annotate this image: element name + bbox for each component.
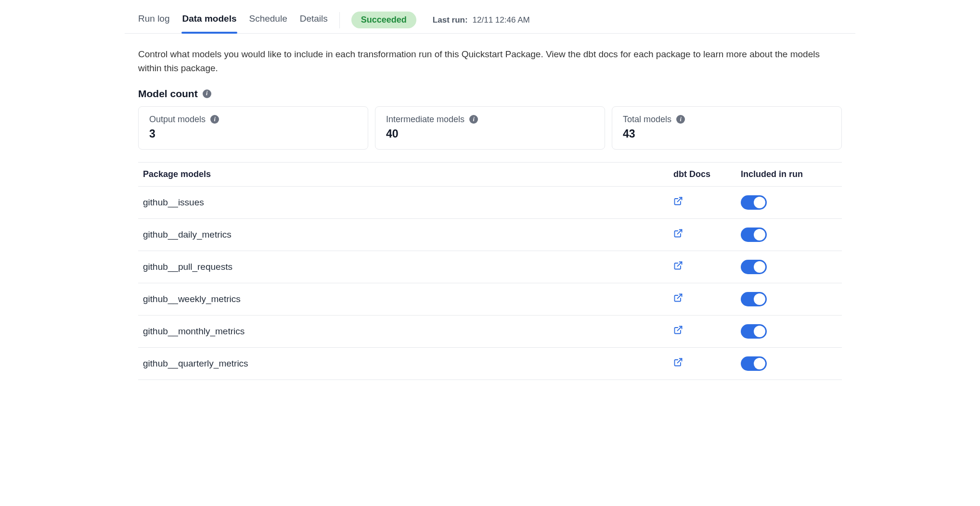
tab-run-log[interactable]: Run log xyxy=(138,7,170,33)
card-label: Total models xyxy=(623,114,671,125)
table-row: github__issues xyxy=(138,187,842,219)
external-link-icon[interactable] xyxy=(673,228,683,238)
card-intermediate-models: Intermediate models i 40 xyxy=(375,106,605,150)
header-bar: Run log Data models Schedule Details Suc… xyxy=(125,0,855,34)
table-row: github__weekly_metrics xyxy=(138,283,842,316)
model-name: github__pull_requests xyxy=(143,262,673,272)
include-toggle[interactable] xyxy=(741,260,767,274)
external-link-icon[interactable] xyxy=(673,261,683,270)
last-run-value: 12/11 12:46 AM xyxy=(473,15,530,25)
svg-line-4 xyxy=(677,327,682,331)
table-row: github__daily_metrics xyxy=(138,219,842,251)
model-name: github__weekly_metrics xyxy=(143,294,673,304)
info-icon[interactable]: i xyxy=(469,115,478,124)
info-icon[interactable]: i xyxy=(210,115,219,124)
last-run: Last run: 12/11 12:46 AM xyxy=(433,15,530,25)
svg-line-1 xyxy=(677,230,682,234)
tab-schedule[interactable]: Schedule xyxy=(249,7,287,33)
description: Control what models you would like to in… xyxy=(138,47,841,76)
tabs: Run log Data models Schedule Details xyxy=(138,7,328,33)
card-value: 40 xyxy=(386,127,594,140)
model-name: github__daily_metrics xyxy=(143,229,673,240)
tab-details[interactable]: Details xyxy=(300,7,328,33)
model-count-cards: Output models i 3 Intermediate models i … xyxy=(138,106,842,150)
last-run-label: Last run: xyxy=(433,15,468,25)
card-total-models: Total models i 43 xyxy=(612,106,842,150)
external-link-icon[interactable] xyxy=(673,325,683,335)
divider xyxy=(339,12,340,28)
external-link-icon[interactable] xyxy=(673,357,683,367)
th-package-models: Package models xyxy=(143,169,673,179)
card-label: Output models xyxy=(149,114,206,125)
card-label: Intermediate models xyxy=(386,114,464,125)
status-badge: Succeeded xyxy=(351,12,416,28)
card-value: 43 xyxy=(623,127,831,140)
info-icon[interactable]: i xyxy=(203,89,211,98)
th-dbt-docs: dbt Docs xyxy=(673,169,741,179)
svg-line-3 xyxy=(677,294,682,299)
svg-line-5 xyxy=(677,359,682,363)
table-row: github__quarterly_metrics xyxy=(138,348,842,380)
svg-line-2 xyxy=(677,262,682,266)
model-name: github__quarterly_metrics xyxy=(143,358,673,369)
external-link-icon[interactable] xyxy=(673,196,683,206)
model-count-title: Model count i xyxy=(138,88,842,100)
model-name: github__issues xyxy=(143,197,673,208)
include-toggle[interactable] xyxy=(741,292,767,306)
include-toggle[interactable] xyxy=(741,195,767,210)
model-name: github__monthly_metrics xyxy=(143,326,673,337)
include-toggle[interactable] xyxy=(741,324,767,339)
table-header: Package models dbt Docs Included in run xyxy=(138,162,842,187)
tab-data-models[interactable]: Data models xyxy=(182,7,237,33)
info-icon[interactable]: i xyxy=(676,115,685,124)
model-count-label: Model count xyxy=(138,88,198,100)
table-row: github__pull_requests xyxy=(138,251,842,283)
table-row: github__monthly_metrics xyxy=(138,316,842,348)
include-toggle[interactable] xyxy=(741,228,767,242)
svg-line-0 xyxy=(677,198,682,202)
card-value: 3 xyxy=(149,127,357,140)
include-toggle[interactable] xyxy=(741,356,767,371)
models-table: Package models dbt Docs Included in run … xyxy=(138,162,842,380)
th-included-in-run: Included in run xyxy=(741,169,837,179)
card-output-models: Output models i 3 xyxy=(138,106,368,150)
external-link-icon[interactable] xyxy=(673,293,683,303)
